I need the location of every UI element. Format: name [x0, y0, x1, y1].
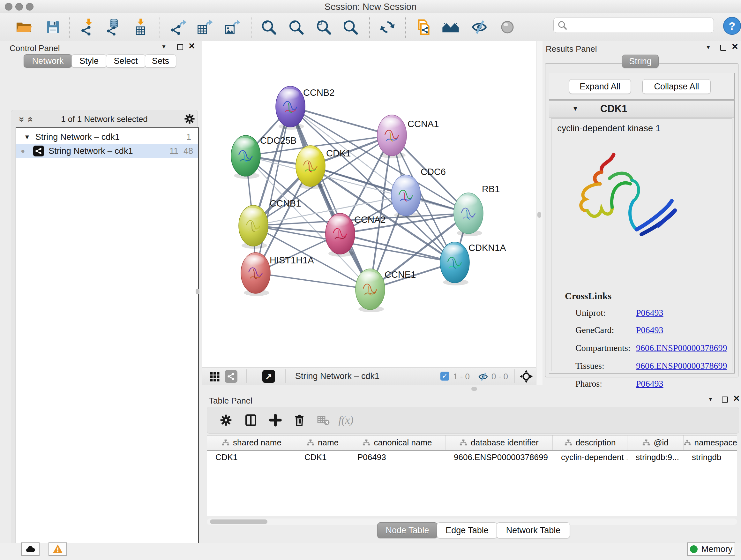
crosslink-link[interactable]: 9606.ENSP00000378699	[636, 343, 727, 353]
panel-float-icon[interactable]	[720, 45, 726, 51]
zoom-fit-button[interactable]	[315, 18, 333, 36]
refresh-button[interactable]	[379, 18, 396, 36]
import-table-button[interactable]	[131, 18, 149, 36]
show-columns-button[interactable]	[242, 412, 259, 429]
panel-menu-icon[interactable]: ▼	[708, 396, 713, 402]
warnings-button[interactable]	[49, 543, 67, 556]
table-cell[interactable]: P06493	[349, 450, 446, 464]
crosslink-link[interactable]: P06493	[636, 325, 664, 335]
add-column-button[interactable]	[267, 412, 284, 429]
grid-view-icon[interactable]	[209, 371, 220, 382]
column-header-description[interactable]: description	[553, 435, 627, 450]
tab-network[interactable]: Network	[23, 54, 72, 68]
protein-card-header[interactable]: ▼ CDK1	[549, 101, 734, 118]
hide-selected-button[interactable]	[470, 18, 488, 36]
attribute-icon	[642, 439, 650, 447]
node-RB1[interactable]	[454, 193, 483, 236]
save-session-button[interactable]	[44, 18, 62, 36]
import-network-file-button[interactable]	[79, 18, 97, 36]
column-header-database-identifier[interactable]: database identifier	[446, 435, 553, 450]
memory-button[interactable]: Memory	[687, 543, 735, 556]
collapse-all-button[interactable]: Collapse All	[643, 79, 711, 94]
cloud-status-button[interactable]	[21, 543, 40, 556]
first-neighbors-button[interactable]	[442, 18, 460, 36]
table-row[interactable]: CDK1CDK1P064939606.ENSP00000378699cyclin…	[207, 450, 737, 464]
panel-close-icon[interactable]: ✕	[733, 395, 740, 401]
node-CDC6[interactable]	[391, 175, 421, 219]
crosslink-link[interactable]: 9606.ENSP00000378699	[636, 361, 727, 371]
crosslink-link[interactable]: P06493	[636, 308, 664, 318]
table-cell[interactable]: stringdb	[684, 450, 737, 464]
export-image-button[interactable]	[223, 18, 241, 36]
column-header-canonical-name[interactable]: canonical name	[349, 435, 446, 450]
panel-close-icon[interactable]: ✕	[188, 43, 195, 49]
tab-select[interactable]: Select	[106, 54, 145, 68]
tab-sets[interactable]: Sets	[145, 54, 176, 68]
node-HIST1H1A[interactable]	[241, 253, 270, 296]
birdseye-view-icon[interactable]: ↗	[262, 370, 275, 383]
help-button[interactable]: ?	[723, 17, 741, 35]
network-graph[interactable]: CCNB2CCNA1CDC25BCDK1CDC6RB1CCNB1CCNA2CDK…	[202, 41, 536, 367]
zoom-in-button[interactable]	[260, 18, 278, 36]
node-CCNB2[interactable]	[276, 86, 305, 130]
edge-CCNA1-CCNE1[interactable]	[370, 135, 392, 289]
network-options-gear-icon[interactable]	[184, 113, 196, 125]
crosslink-link[interactable]: P06493	[636, 379, 664, 389]
delete-column-button[interactable]	[291, 412, 308, 429]
tab-style[interactable]: Style	[71, 54, 107, 68]
horizontal-splitter-handle[interactable]	[471, 387, 477, 391]
zoom-selected-button[interactable]	[341, 18, 359, 36]
table-cell[interactable]: 9606.ENSP00000378699	[446, 450, 553, 464]
function-builder-button[interactable]: f(x)	[337, 412, 354, 429]
tab-network-table[interactable]: Network Table	[496, 522, 570, 538]
network-collection-row[interactable]: ▼ String Network – cdk1 1	[16, 130, 198, 144]
tab-edge-table[interactable]: Edge Table	[437, 522, 497, 538]
table-cell[interactable]: cyclin-dependent ...	[553, 450, 627, 464]
network-share-view-icon[interactable]	[225, 370, 238, 383]
edge-HIST1H1A-CCNE1[interactable]	[256, 273, 370, 289]
panel-menu-icon[interactable]: ▼	[705, 44, 711, 51]
panel-menu-icon[interactable]: ▼	[161, 44, 166, 50]
fit-selection-crosshair-icon[interactable]	[520, 370, 533, 383]
column-header-shared-name[interactable]: shared name	[207, 435, 296, 450]
delete-table-button[interactable]	[315, 412, 332, 429]
node-CCNA1[interactable]	[377, 115, 407, 159]
selected-checkbox-icon[interactable]: ✓	[441, 372, 449, 381]
open-session-button[interactable]	[15, 18, 32, 36]
node-CCNE1[interactable]	[355, 269, 385, 312]
expand-all-button[interactable]: Expand All	[569, 79, 631, 94]
network-view-canvas[interactable]: CCNB2CCNA1CDC25BCDK1CDC6RB1CCNB1CCNA2CDK…	[202, 41, 536, 367]
export-network-button[interactable]	[170, 18, 188, 36]
network-row[interactable]: ● String Network – cdk1 11 48	[16, 144, 198, 158]
import-network-database-button[interactable]	[105, 18, 123, 36]
copy-network-button[interactable]	[415, 18, 433, 36]
collection-expand-icon[interactable]: ▼	[24, 133, 30, 141]
node-CCNB1[interactable]	[239, 205, 268, 249]
collapse-card-icon[interactable]: ▼	[572, 105, 579, 112]
global-search-field[interactable]	[553, 17, 714, 33]
tab-string[interactable]: String	[622, 55, 659, 68]
attribute-icon	[221, 439, 230, 447]
node-CDC25B[interactable]	[231, 135, 260, 179]
table-settings-button[interactable]	[217, 412, 234, 429]
zoom-out-button[interactable]	[287, 18, 305, 36]
vertical-splitter-handle[interactable]	[196, 289, 199, 294]
node-label-CDC6: CDC6	[421, 167, 446, 177]
table-cell[interactable]: stringdb:9...	[627, 450, 684, 464]
panel-float-icon[interactable]	[722, 396, 728, 402]
show-graphics-details-button[interactable]	[498, 18, 516, 36]
column-header-namespace[interactable]: namespace	[684, 435, 737, 450]
scrollbar-thumb[interactable]	[210, 519, 267, 524]
table-cell[interactable]: CDK1	[296, 450, 349, 464]
node-CDKN1A[interactable]	[440, 242, 469, 286]
panel-close-icon[interactable]: ✕	[731, 44, 738, 50]
column-header-name[interactable]: name	[296, 435, 349, 450]
node-label-CDK1: CDK1	[326, 148, 351, 159]
panel-float-icon[interactable]	[177, 44, 183, 50]
tab-node-table[interactable]: Node Table	[377, 522, 437, 538]
search-input[interactable]	[567, 20, 705, 30]
vertical-splitter-handle[interactable]	[537, 212, 541, 218]
table-cell[interactable]: CDK1	[207, 450, 296, 464]
column-header-id[interactable]: @id	[627, 435, 684, 450]
export-table-button[interactable]	[196, 18, 214, 36]
